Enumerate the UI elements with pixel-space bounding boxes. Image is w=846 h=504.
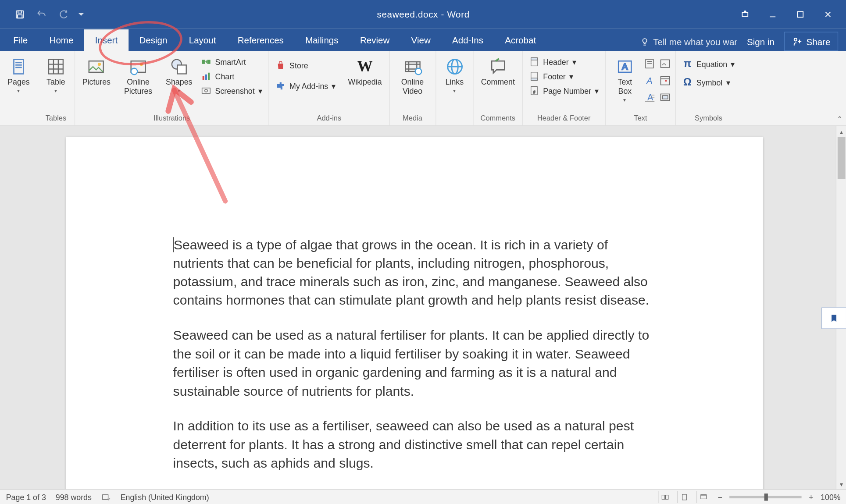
shapes-button[interactable]: Shapes ▾ [162, 53, 196, 95]
svg-text:A: A [622, 62, 628, 71]
screenshot-icon [201, 85, 212, 96]
wikipedia-button[interactable]: W Wikipedia [344, 53, 386, 88]
language-status[interactable]: English (United Kingdom) [121, 493, 209, 502]
pages-button[interactable]: Pages ▾ [4, 53, 34, 95]
svg-rect-58 [662, 96, 668, 99]
document-page[interactable]: Seaweed is a type of algae that grows in… [66, 137, 763, 489]
paragraph: In addition to its use as a fertiliser, … [173, 418, 660, 473]
zoom-level[interactable]: 100% [821, 493, 841, 502]
tab-references[interactable]: References [227, 29, 294, 51]
chart-icon [201, 71, 212, 82]
web-layout-button[interactable] [696, 491, 710, 503]
zoom-in-button[interactable]: + [807, 493, 816, 502]
svg-point-31 [205, 89, 207, 92]
chevron-down-icon: ▾ [453, 88, 456, 94]
signature-line-button[interactable] [659, 57, 672, 70]
scrollbar-thumb[interactable] [838, 137, 846, 179]
store-icon [275, 60, 286, 71]
page-count[interactable]: Page 1 of 3 [6, 493, 46, 502]
svg-rect-29 [208, 73, 210, 80]
svg-rect-53 [661, 60, 670, 67]
symbol-button[interactable]: ΩSymbol ▾ [680, 76, 738, 88]
bookmark-icon [829, 312, 839, 324]
quick-parts-button[interactable] [643, 57, 656, 70]
tell-me-search[interactable]: Tell me what you want to do [640, 36, 737, 46]
pictures-button[interactable]: Pictures [79, 53, 114, 88]
minimize-button[interactable] [760, 4, 785, 24]
tab-mailings[interactable]: Mailings [295, 29, 350, 51]
store-button[interactable]: Store [273, 60, 339, 71]
undo-button[interactable] [32, 5, 50, 23]
svg-rect-3 [742, 12, 748, 16]
svg-rect-27 [203, 76, 204, 80]
table-button[interactable]: Table ▾ [41, 53, 71, 95]
tab-view[interactable]: View [400, 29, 442, 51]
page-number-button[interactable]: #Page Number ▾ [526, 85, 602, 96]
share-button[interactable]: Share [784, 32, 838, 51]
drop-cap-button[interactable]: A [643, 91, 656, 104]
tab-insert[interactable]: Insert [84, 29, 129, 51]
bookmark-flag[interactable] [821, 307, 846, 329]
sign-in-button[interactable]: Sign in [742, 33, 779, 50]
tab-addins[interactable]: Add-Ins [441, 29, 494, 51]
paragraph: Seaweed can be used as a natural fertili… [173, 327, 660, 401]
group-label-text: Text [609, 113, 671, 124]
online-pictures-button[interactable]: Online Pictures [117, 53, 160, 97]
tab-file[interactable]: File [2, 29, 38, 51]
chevron-down-icon: ▾ [569, 72, 574, 81]
wordart-button[interactable]: A [643, 74, 656, 87]
header-button[interactable]: Header ▾ [526, 56, 602, 67]
save-button[interactable] [11, 5, 29, 23]
links-button[interactable]: Links ▾ [439, 53, 470, 95]
spellcheck-button[interactable] [101, 492, 111, 502]
object-button[interactable] [659, 91, 672, 104]
svg-rect-28 [205, 75, 207, 80]
document-area[interactable]: Seaweed is a type of algae that grows in… [0, 126, 836, 490]
ribbon-display-options-button[interactable] [732, 4, 758, 24]
smartart-button[interactable]: SmartArt [198, 56, 265, 67]
picture-icon [87, 57, 106, 76]
comment-icon [488, 57, 507, 76]
group-label-media: Media [393, 113, 432, 124]
screenshot-button[interactable]: Screenshot ▾ [198, 85, 265, 96]
date-time-button[interactable] [659, 74, 672, 87]
comment-button[interactable]: Comment [477, 53, 518, 88]
tab-design[interactable]: Design [129, 29, 178, 51]
zoom-out-button[interactable]: − [715, 493, 725, 502]
tab-acrobat[interactable]: Acrobat [494, 29, 547, 51]
svg-rect-30 [202, 88, 210, 93]
status-bar: Page 1 of 3 998 words English (United Ki… [0, 490, 846, 504]
group-label-illustrations: Illustrations [79, 113, 264, 124]
close-button[interactable] [815, 4, 841, 24]
print-layout-button[interactable] [677, 491, 691, 503]
redo-button[interactable] [54, 5, 72, 23]
footer-button[interactable]: Footer ▾ [526, 70, 602, 82]
group-label-tables: Tables [41, 113, 71, 124]
table-icon [46, 57, 65, 76]
tab-review[interactable]: Review [349, 29, 400, 51]
video-icon [403, 57, 422, 76]
word-count[interactable]: 998 words [56, 493, 92, 502]
scroll-up-button[interactable]: ▴ [836, 126, 846, 137]
quick-access-toolbar [0, 5, 86, 23]
zoom-handle[interactable] [764, 493, 768, 500]
chart-button[interactable]: Chart [198, 70, 265, 82]
equation-button[interactable]: πEquation ▾ [680, 58, 738, 70]
group-label-comments: Comments [477, 113, 518, 124]
svg-rect-13 [49, 60, 63, 74]
text-box-button[interactable]: A Text Box ▾ [609, 53, 640, 104]
scroll-down-button[interactable]: ▾ [836, 479, 846, 490]
zoom-slider[interactable] [729, 496, 801, 498]
links-label: Links [446, 78, 464, 87]
maximize-button[interactable] [788, 4, 813, 24]
collapse-ribbon-button[interactable]: ⌃ [837, 115, 843, 123]
qat-customize-button[interactable] [76, 5, 87, 23]
my-addins-button[interactable]: My Add-ins ▾ [273, 80, 339, 92]
svg-rect-2 [18, 14, 22, 18]
equation-icon: π [682, 59, 693, 70]
chevron-down-icon: ▾ [17, 88, 20, 94]
read-mode-button[interactable] [658, 491, 672, 503]
online-video-button[interactable]: Online Video [393, 53, 432, 97]
tab-home[interactable]: Home [39, 29, 84, 51]
tab-layout[interactable]: Layout [178, 29, 227, 51]
